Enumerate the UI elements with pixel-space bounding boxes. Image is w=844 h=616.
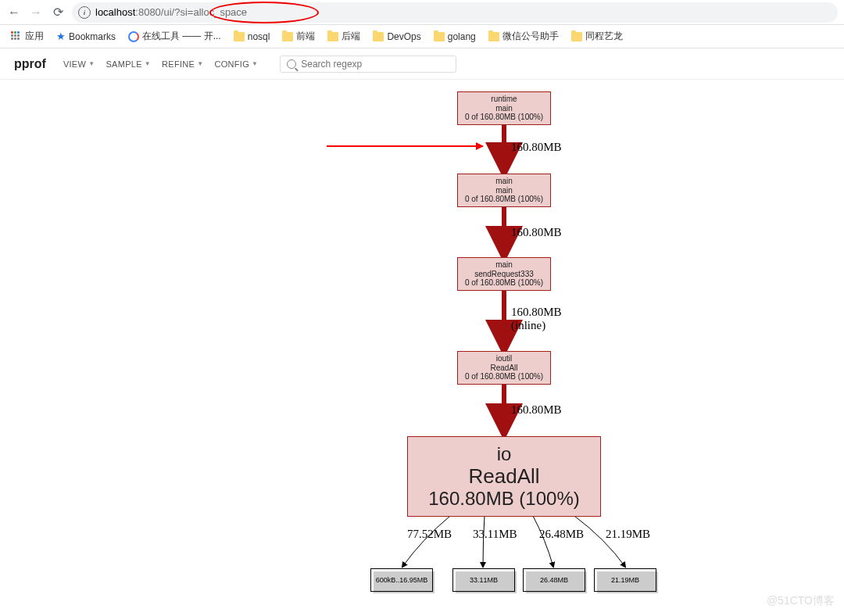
search-icon [287, 59, 296, 69]
bookmark-folder[interactable]: 微信公号助手 [484, 28, 563, 45]
pprof-logo: pprof [14, 57, 46, 71]
graph-node-main-main[interactable]: mainmain0 of 160.80MB (100%) [457, 174, 551, 207]
annotation-arrow [327, 145, 483, 147]
bookmark-folder[interactable]: 前端 [277, 28, 320, 45]
search-input[interactable] [301, 59, 449, 70]
address-bar[interactable]: i localhost:8080/ui/?si=alloc_space [72, 2, 838, 23]
menu-view[interactable]: VIEW▼ [62, 56, 97, 72]
edge-label: 33.11MB [473, 528, 517, 541]
search-box[interactable] [280, 56, 456, 73]
edge-label: 160.80MB [511, 403, 562, 417]
reload-button[interactable]: ⟳ [50, 5, 66, 20]
menu-config[interactable]: CONFIG▼ [213, 56, 259, 72]
bookmark-folder[interactable]: 同程艺龙 [567, 28, 628, 45]
graph-leaf[interactable]: 21.19MB [594, 568, 656, 592]
site-info-icon[interactable]: i [78, 6, 91, 19]
browser-navbar: ← → ⟳ i localhost:8080/ui/?si=alloc_spac… [0, 0, 844, 25]
edge-label: 26.48MB [539, 528, 584, 541]
menu-sample[interactable]: SAMPLE▼ [104, 56, 152, 72]
chevron-down-icon: ▼ [88, 60, 95, 67]
menu-refine[interactable]: REFINE▼ [160, 56, 205, 72]
bookmarks-bar: 应用 ★Bookmarks 在线工具 —— 开... nosql 前端 后端 D… [0, 25, 844, 48]
edge-label: 160.80MB [511, 226, 562, 239]
bookmark-folder[interactable]: DevOps [368, 30, 425, 44]
back-button[interactable]: ← [6, 5, 22, 20]
graph-node-main-sendrequest[interactable]: mainsendRequest3330 of 160.80MB (100%) [457, 257, 551, 291]
edge-label: 160.80MB [511, 141, 562, 154]
pprof-graph[interactable]: runtimemain0 of 160.80MB (100%) 160.80MB… [0, 78, 844, 616]
apps-button[interactable]: 应用 [6, 28, 48, 45]
graph-node-ioutil-readall[interactable]: ioutilReadAll0 of 160.80MB (100%) [457, 351, 551, 385]
pprof-toolbar: pprof VIEW▼ SAMPLE▼ REFINE▼ CONFIG▼ [0, 48, 844, 80]
graph-node-io-readall[interactable]: io ReadAll 160.80MB (100%) [407, 436, 601, 517]
edge-label: 77.52MB [407, 528, 452, 541]
graph-node-runtime-main[interactable]: runtimemain0 of 160.80MB (100%) [457, 91, 551, 125]
watermark: @51CTO博客 [767, 594, 835, 608]
chevron-down-icon: ▼ [197, 60, 203, 67]
bookmark-folder[interactable]: nosql [229, 30, 275, 44]
pprof-menus: VIEW▼ SAMPLE▼ REFINE▼ CONFIG▼ [62, 56, 259, 72]
edge-label: 160.80MB (inline) [511, 306, 562, 331]
graph-leaf[interactable]: 600kB..16.95MB [370, 568, 433, 592]
graph-leaf[interactable]: 26.48MB [523, 568, 585, 592]
url-text: localhost:8080/ui/?si=alloc_space [95, 6, 247, 18]
bookmark-folder[interactable]: golang [429, 30, 481, 44]
chevron-down-icon: ▼ [145, 60, 151, 67]
forward-button[interactable]: → [28, 5, 44, 20]
bookmark-item[interactable]: ★Bookmarks [52, 29, 120, 44]
bookmark-folder[interactable]: 后端 [323, 28, 365, 45]
chevron-down-icon: ▼ [252, 60, 258, 67]
edge-label: 21.19MB [606, 528, 650, 541]
bookmark-item[interactable]: 在线工具 —— 开... [123, 28, 226, 45]
graph-leaf[interactable]: 33.11MB [452, 568, 515, 592]
